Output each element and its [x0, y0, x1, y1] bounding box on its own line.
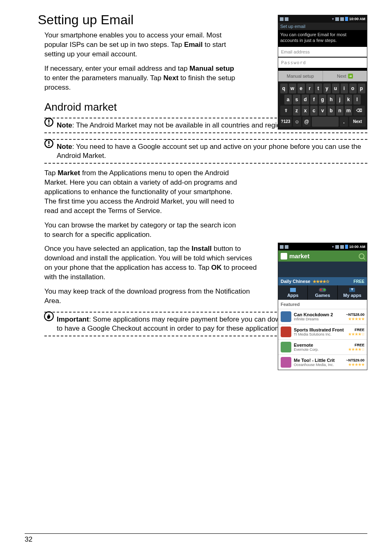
keyboard-key[interactable]: w: [289, 83, 296, 93]
keyboard-key[interactable]: k: [345, 95, 352, 104]
app-name: Me Too! - Little Crit: [294, 358, 344, 363]
page-footer: 32: [25, 533, 367, 544]
featured-section-label: Featured: [278, 300, 367, 309]
keyboard-key[interactable]: q: [280, 83, 288, 93]
battery-icon: [345, 17, 348, 21]
tab-my-apps[interactable]: My apps: [338, 285, 367, 300]
featured-app-name: Daily Chinese: [281, 279, 310, 284]
keyboard-key[interactable]: g: [319, 95, 326, 104]
keyboard-key[interactable]: d: [302, 95, 309, 104]
keyboard-key[interactable]: r: [306, 83, 314, 93]
keyboard-key[interactable]: s: [293, 95, 300, 104]
text-bold-email: Email: [184, 41, 203, 49]
keyboard-key[interactable]: y: [323, 83, 331, 93]
arrow-right-icon: ➜: [348, 74, 353, 79]
at-key[interactable]: @: [302, 117, 311, 127]
symbols-key[interactable]: ?123: [279, 117, 292, 127]
search-icon[interactable]: [359, 253, 364, 259]
text: Tap: [44, 169, 58, 177]
status-icon: [280, 245, 284, 249]
status-bar: ▾ 10:00 AM: [278, 243, 367, 250]
button-label: Next: [337, 74, 346, 79]
keyboard-key[interactable]: h: [327, 95, 335, 104]
app-price: ~NT$28.00: [346, 313, 364, 317]
email-paragraph-2: If necessary, enter your email address a…: [44, 64, 242, 93]
featured-banner[interactable]: Daily Chinese ★★★★☆ FREE: [278, 262, 367, 285]
next-button[interactable]: Next➜: [323, 71, 367, 81]
text: to enter the parameters manually. Tap: [44, 74, 163, 82]
space-key[interactable]: [312, 117, 339, 127]
market-paragraph-2: You can browse the market by category or…: [44, 221, 242, 240]
tab-apps[interactable]: Apps: [278, 285, 308, 300]
keyboard-key[interactable]: m: [345, 106, 352, 116]
emoji-key[interactable]: ☺: [293, 117, 301, 127]
signal-icon: [335, 17, 339, 21]
text-bold-manual-setup: Manual setup: [189, 65, 234, 72]
hand-icon: [44, 311, 54, 322]
keyboard-key[interactable]: c: [310, 106, 318, 116]
app-publisher: TI Media Solutions Inc.: [294, 332, 346, 336]
apps-icon: [290, 288, 296, 292]
status-icon: [285, 17, 288, 21]
keyboard-key[interactable]: a: [284, 95, 292, 104]
wifi-icon: ▾: [332, 17, 334, 21]
svg-rect-4: [48, 141, 50, 144]
clock-text: 10:00 AM: [349, 17, 365, 21]
app-publisher: Evernote Corp.: [294, 348, 346, 352]
keyboard-key[interactable]: x: [302, 106, 309, 116]
status-icon: [285, 245, 288, 249]
keyboard-key[interactable]: z: [293, 106, 300, 116]
keyboard-key[interactable]: o: [349, 83, 357, 93]
battery-icon: [345, 245, 348, 249]
keyboard-key[interactable]: f: [310, 95, 318, 104]
keyboard-key[interactable]: l: [353, 95, 361, 104]
app-price: FREE: [348, 328, 364, 332]
keyboard-key[interactable]: b: [327, 106, 335, 116]
password-field[interactable]: Password: [278, 58, 367, 68]
text-bold-next: Next: [163, 74, 178, 82]
tab-label: My apps: [343, 293, 361, 298]
note-body: : The Android Market may not be availabl…: [72, 121, 290, 129]
text-bold-ok: OK: [211, 264, 222, 271]
app-list-item[interactable]: Sports Illustrated FrontTI Media Solutio…: [278, 324, 367, 339]
app-icon: [281, 357, 291, 368]
keyboard-key[interactable]: t: [315, 83, 322, 93]
app-icon: [281, 327, 291, 337]
tab-games[interactable]: Games: [308, 285, 337, 300]
rating-stars: ★★★★★: [346, 317, 364, 321]
market-bag-icon: [281, 253, 287, 259]
keyboard-key[interactable]: e: [297, 83, 305, 93]
app-list-item[interactable]: EvernoteEvernote Corp.FREE★★★★☆: [278, 339, 367, 354]
keyboard-key[interactable]: n: [336, 106, 344, 116]
note-label: Note: [57, 143, 72, 151]
rating-stars: ★★★★☆: [348, 332, 364, 336]
shift-key[interactable]: ⇧: [280, 106, 292, 116]
status-icon: [280, 17, 284, 21]
keyboard-key[interactable]: v: [319, 106, 326, 116]
rating-stars: ★★★★☆: [313, 279, 329, 284]
period-key[interactable]: .: [340, 117, 348, 127]
backspace-key[interactable]: ⌫: [353, 106, 365, 116]
text-bold-install: Install: [191, 245, 212, 253]
keyboard-next-key[interactable]: Next: [349, 117, 366, 127]
keyboard-key[interactable]: j: [336, 95, 344, 104]
button-label: Manual setup: [287, 74, 314, 79]
app-list-item[interactable]: Me Too! - Little CritOceanhouse Media, I…: [278, 354, 367, 370]
keyboard-key[interactable]: p: [358, 83, 365, 93]
keyboard-key[interactable]: u: [332, 83, 339, 93]
on-screen-keyboard: qwertyuiop asdfghjkl ⇧zxcvbnm⌫ ?123☺@.Ne…: [278, 81, 367, 129]
market-header: market: [278, 250, 367, 262]
keyboard-key[interactable]: i: [341, 83, 348, 93]
market-paragraph-1: Tap Market from the Applications menu to…: [44, 169, 242, 216]
app-list-item[interactable]: Can Knockdown 2Infinite Dreams~NT$28.00★…: [278, 309, 367, 324]
featured-price: FREE: [353, 279, 364, 284]
manual-setup-button[interactable]: Manual setup: [278, 71, 323, 81]
app-price: ~NT$29.00: [346, 358, 364, 362]
important-label: Important: [57, 315, 89, 323]
status-bar: ▾ 10:00 AM: [278, 15, 367, 23]
clock-text: 10:00 AM: [349, 245, 365, 249]
market-paragraph-3: Once you have selected an application, t…: [44, 244, 258, 282]
app-publisher: Infinite Dreams: [294, 317, 344, 321]
tab-label: Apps: [287, 293, 299, 298]
email-field[interactable]: Email address: [278, 47, 367, 57]
